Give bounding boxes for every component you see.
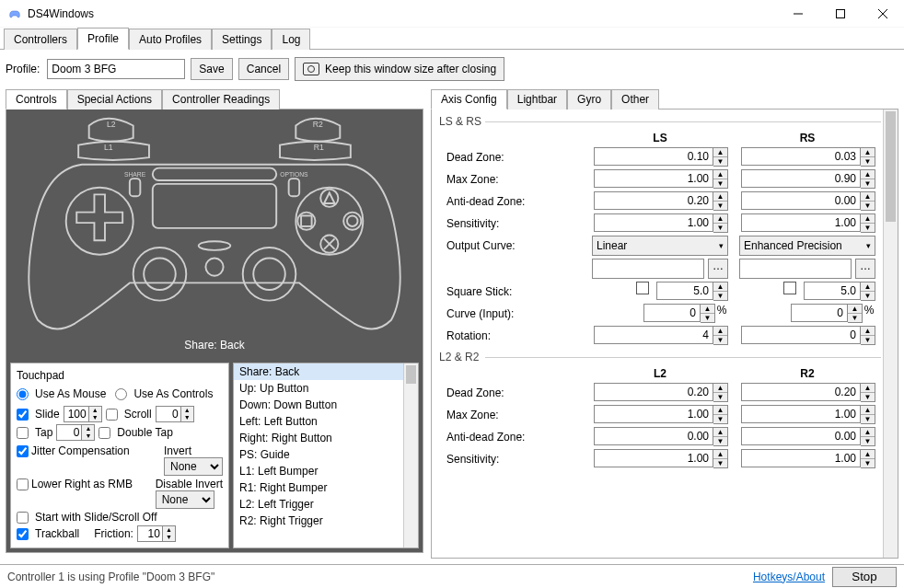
jitter-check[interactable] (17, 445, 29, 457)
lower-right-check[interactable] (17, 478, 29, 490)
rs-curve-input[interactable]: ▲▼ (791, 304, 863, 323)
ls-curve-browse[interactable]: … (708, 259, 728, 279)
rs-deadzone[interactable]: ▲▼ (741, 147, 875, 167)
rs-sens[interactable]: ▲▼ (741, 213, 875, 233)
subtab-controller-readings[interactable]: Controller Readings (162, 89, 280, 110)
col-r2: R2 (734, 367, 881, 380)
slide-label: Slide (35, 408, 60, 421)
l2-maxzone[interactable]: ▲▼ (594, 405, 728, 424)
use-as-controls-label: Use As Controls (133, 387, 213, 400)
tap-value[interactable]: ▲▼ (56, 424, 95, 441)
group-ls-rs: LS & RS (439, 115, 881, 128)
touchpad-title: Touchpad (17, 369, 223, 382)
tab-profile[interactable]: Profile (77, 28, 129, 50)
double-tap-label: Double Tap (117, 426, 173, 439)
rs-curve-browse[interactable]: … (855, 259, 875, 279)
profile-name-input[interactable] (47, 59, 185, 79)
rs-square-val[interactable]: ▲▼ (804, 282, 875, 301)
mapping-item[interactable]: PS: Guide (234, 446, 418, 463)
mapping-item[interactable]: Right: Right Button (234, 430, 418, 446)
subtab-other[interactable]: Other (611, 89, 659, 110)
keep-window-size-toggle[interactable]: Keep this window size after closing (295, 57, 504, 81)
mapping-scrollbar[interactable] (403, 363, 418, 548)
rs-maxzone[interactable]: ▲▼ (741, 169, 875, 189)
ls-rotation[interactable]: ▲▼ (594, 326, 728, 345)
scroll-check[interactable] (106, 409, 118, 421)
tab-controllers[interactable]: Controllers (4, 29, 77, 50)
ls-curve-path[interactable] (592, 259, 704, 279)
trackball-check[interactable] (17, 528, 29, 540)
use-as-mouse-radio[interactable] (17, 388, 29, 400)
svg-rect-21 (301, 215, 312, 226)
r2-maxzone[interactable]: ▲▼ (741, 405, 875, 424)
subtab-gyro[interactable]: Gyro (567, 89, 611, 110)
col-ls: LS (586, 132, 734, 144)
mapping-item[interactable]: L2: Left Trigger (234, 496, 418, 513)
ls-curve-input[interactable]: ▲▼ (643, 304, 715, 323)
invert-select[interactable]: None (164, 457, 223, 476)
tab-auto-profiles[interactable]: Auto Profiles (129, 29, 212, 50)
ls-square-check[interactable] (636, 282, 649, 294)
r2-deadzone[interactable]: ▲▼ (741, 383, 875, 402)
r2-sens[interactable]: ▲▼ (741, 449, 875, 468)
pct-label: % (715, 304, 728, 323)
keep-window-label: Keep this window size after closing (325, 63, 496, 75)
slide-check[interactable] (17, 409, 29, 421)
axis-scrollbar[interactable] (883, 110, 898, 558)
scroll-value[interactable]: ▲▼ (156, 406, 194, 422)
rs-square-check[interactable] (783, 282, 796, 294)
rs-rotation[interactable]: ▲▼ (741, 326, 875, 345)
mapping-item[interactable]: Share: Back (234, 363, 418, 380)
ls-square-val[interactable]: ▲▼ (656, 282, 728, 301)
svg-text:R2: R2 (313, 120, 323, 129)
subtab-axis-config[interactable]: Axis Config (431, 89, 507, 110)
ls-antidead[interactable]: ▲▼ (594, 191, 728, 211)
stop-button[interactable]: Stop (832, 567, 897, 587)
svg-point-24 (133, 248, 187, 301)
maximize-button[interactable] (819, 0, 862, 28)
ls-deadzone[interactable]: ▲▼ (594, 147, 728, 167)
start-slide-check[interactable] (17, 512, 29, 524)
l2-antidead[interactable]: ▲▼ (594, 427, 728, 446)
subtab-controls[interactable]: Controls (6, 89, 67, 110)
ls-curve-select[interactable]: Linear▾ (592, 236, 728, 256)
close-button[interactable] (862, 0, 904, 28)
svg-point-28 (205, 259, 223, 276)
tap-check[interactable] (17, 427, 29, 439)
tab-settings[interactable]: Settings (212, 29, 272, 50)
mapping-item[interactable]: Down: Down Button (234, 397, 418, 413)
r2-antidead[interactable]: ▲▼ (741, 427, 875, 446)
friction-value[interactable]: ▲▼ (137, 525, 176, 542)
mapping-item[interactable]: Up: Up Button (234, 380, 418, 397)
use-as-controls-radio[interactable] (115, 388, 127, 400)
minimize-button[interactable] (777, 0, 819, 28)
label-curve-input: Curve (Input): (439, 307, 586, 320)
rs-curve-select[interactable]: Enhanced Precision▾ (739, 236, 875, 256)
label-curve: Output Curve: (439, 239, 586, 252)
cancel-button[interactable]: Cancel (238, 58, 289, 80)
svg-rect-12 (289, 179, 300, 196)
mapping-item[interactable]: L1: Left Bumper (234, 463, 418, 479)
touchpad-panel: Touchpad Use As Mouse Use As Controls Sl… (10, 363, 229, 548)
ls-maxzone[interactable]: ▲▼ (594, 169, 728, 189)
mapping-item[interactable]: Left: Left Button (234, 413, 418, 430)
tab-log[interactable]: Log (272, 29, 310, 50)
friction-label: Friction: (94, 527, 133, 540)
mapping-item[interactable]: R1: Right Bumper (234, 479, 418, 496)
save-button[interactable]: Save (191, 58, 232, 80)
l2-sens[interactable]: ▲▼ (594, 449, 728, 468)
ls-sens[interactable]: ▲▼ (594, 213, 728, 233)
hotkeys-about-link[interactable]: Hotkeys/About (753, 571, 825, 583)
col-l2: L2 (586, 367, 734, 380)
l2-deadzone[interactable]: ▲▼ (594, 383, 728, 402)
rs-curve-path[interactable] (739, 259, 852, 279)
mapping-item[interactable]: R2: Right Trigger (234, 513, 418, 529)
disable-invert-select[interactable]: None (156, 490, 214, 509)
rs-antidead[interactable]: ▲▼ (741, 191, 875, 211)
double-tap-check[interactable] (99, 427, 110, 439)
mapping-list[interactable]: Share: Back Up: Up Button Down: Down But… (233, 363, 419, 548)
slide-value[interactable]: ▲▼ (64, 406, 102, 422)
subtab-lightbar[interactable]: Lightbar (507, 89, 567, 110)
controller-diagram[interactable]: .st{stroke:#cfcfcf;fill:none;stroke-widt… (12, 115, 417, 336)
subtab-special-actions[interactable]: Special Actions (67, 89, 162, 110)
